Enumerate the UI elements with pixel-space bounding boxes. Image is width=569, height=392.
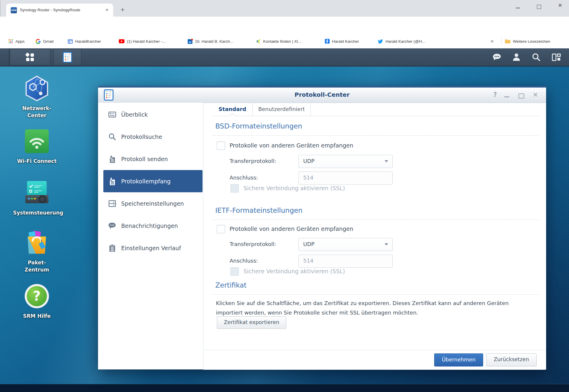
ietf-receive-label: Protokolle von anderen Geräten empfangen [230, 225, 353, 233]
taskbar-edge-button[interactable] [0, 48, 10, 65]
bookmark-item-apps[interactable]: Apps [8, 34, 25, 48]
dialog-minimize-button[interactable] [504, 96, 509, 97]
sidebar-item-benachrichtigungen[interactable]: Benachrichtigungen [103, 215, 203, 237]
bookmark-item-facebook[interactable]: Harald Karcher [325, 34, 359, 48]
protokoll-center-dialog: Protokoll-Center ? ✕ Überblick Protokoll… [98, 86, 546, 369]
dialog-sidebar: Überblick Protokollsuche Protokoll sende… [98, 103, 203, 369]
sidebar-item-label: Protokollempfang [121, 178, 170, 185]
other-bookmarks-label: Weitere Lesezeichen [513, 39, 550, 44]
window-maximize-button[interactable] [537, 5, 541, 9]
bookmark-label: (1) Harald Karcher -... [127, 39, 166, 44]
facebook-icon [325, 39, 330, 44]
systemsteuerung-icon [24, 180, 50, 206]
section-divider [212, 294, 539, 295]
section-heading-bsd: BSD-Formateinstellungen [215, 122, 302, 130]
srm-taskbar [0, 48, 569, 66]
sidebar-item-einstellungen-verlauf[interactable]: Einstellungen Verlauf [103, 237, 203, 259]
sidebar-item-label: Überblick [121, 111, 148, 118]
twitter-icon [378, 39, 383, 44]
window-minimize-button[interactable] [516, 8, 520, 8]
desktop-icon-systemsteuerung[interactable]: Systemsteuerung [13, 180, 61, 216]
bookmark-item-twitter[interactable]: Harald Karcher (@H... [378, 34, 425, 48]
user-button[interactable] [511, 52, 521, 62]
ietf-transfer-select[interactable]: UDP [298, 238, 393, 251]
srm-hilfe-icon: ? [24, 283, 50, 309]
storage-settings-icon [108, 199, 117, 208]
dialog-help-button[interactable]: ? [491, 88, 500, 103]
sidebar-item-ueberblick[interactable]: Überblick [103, 103, 203, 126]
svg-text:?: ? [33, 288, 41, 304]
sidebar-item-protokollempfang[interactable]: Protokollempfang [103, 170, 203, 192]
bsd-receive-label: Protokolle von anderen Geräten empfangen [230, 141, 353, 150]
other-bookmarks-button[interactable]: Weitere Lesezeichen [505, 34, 550, 48]
desktop-icon-label: Systemsteuerung [13, 209, 61, 216]
sidebar-item-label: Benachrichtigungen [121, 223, 178, 229]
chevron-down-icon [385, 160, 388, 162]
tab-close-icon[interactable]: ✕ [104, 7, 110, 13]
xing-icon [256, 39, 261, 44]
bsd-port-label: Anschluss: [230, 172, 258, 184]
bookmark-label: HaraldKarcher [75, 39, 101, 44]
sidebar-item-label: Einstellungen Verlauf [121, 245, 181, 251]
widgets-icon [551, 52, 561, 62]
certificate-export-button[interactable]: Zertifikat exportieren [217, 316, 286, 329]
linkedin-icon: in [188, 39, 193, 44]
bookmarks-overflow-chevron[interactable]: » [489, 34, 495, 48]
settings-history-icon [108, 244, 117, 253]
section-divider [212, 220, 539, 220]
dialog-titlebar[interactable]: Protokoll-Center ? ✕ [98, 88, 546, 103]
search-icon [531, 52, 541, 62]
dialog-content: Standard Benutzerdefiniert BSD-Formatein… [212, 103, 539, 350]
sidebar-item-protokollsuche[interactable]: Protokollsuche [103, 126, 203, 148]
reset-button[interactable]: Zurücksetzen [486, 353, 537, 366]
bookmark-label: Dr. Harald B. Karch... [195, 39, 233, 44]
bookmark-item-haraldkarcher[interactable]: HaraldKarcher [68, 34, 101, 48]
dialog-maximize-button[interactable] [519, 93, 524, 99]
bookmark-item-gmail[interactable]: Gmail [36, 34, 53, 48]
desktop-icon-wifi-connect[interactable]: Wi-Fi Connect [13, 128, 61, 165]
bookmark-item-youtube[interactable]: (1) Harald Karcher -... [119, 34, 166, 48]
window-close-button[interactable]: ✕ [557, 2, 563, 9]
desktop-icon-paket-zentrum[interactable]: Paket-Zentrum [13, 230, 61, 273]
sidebar-item-protokoll-senden[interactable]: Protokoll senden [103, 148, 203, 170]
ietf-ssl-label: Sichere Verbindung aktivieren (SSL) [244, 267, 345, 275]
overview-icon [108, 110, 117, 119]
taskbar-app-log-center[interactable] [53, 49, 81, 65]
log-receive-icon [108, 177, 117, 186]
new-tab-button[interactable]: + [118, 6, 127, 14]
browser-tab[interactable]: SRM Synology Router - SynologyRoute ✕ [6, 4, 113, 17]
bsd-ssl-checkbox [230, 184, 239, 193]
notifications-icon [108, 221, 117, 230]
main-menu-icon [25, 52, 35, 62]
bsd-receive-checkbox[interactable] [217, 142, 225, 150]
bsd-transfer-label: Transferprotokoll: [230, 155, 276, 167]
bsd-port-input[interactable]: 514 [298, 172, 393, 185]
sidebar-item-speichereinstellungen[interactable]: Speichereinstellungen [103, 192, 203, 215]
app-launcher-button[interactable] [10, 49, 50, 65]
dialog-tabs: Standard Benutzerdefiniert [212, 103, 539, 116]
tab-benutzerdefiniert[interactable]: Benutzerdefiniert [253, 103, 311, 116]
desktop-icon-netzwerk-center[interactable]: Netzwerk-Center [13, 76, 61, 119]
log-send-icon [108, 155, 117, 164]
desktop-icon-label: SRM Hilfe [13, 312, 61, 320]
bsd-ssl-label: Sichere Verbindung aktivieren (SSL) [244, 184, 345, 192]
search-button[interactable] [531, 52, 541, 62]
ietf-ssl-checkbox [230, 267, 239, 276]
ietf-receive-checkbox[interactable] [217, 225, 225, 233]
widgets-button[interactable] [551, 52, 561, 62]
bsd-transfer-select[interactable]: UDP [298, 155, 393, 168]
certificate-description: Klicken Sie auf die Schaltfläche, um das… [216, 299, 519, 318]
chat-button[interactable] [492, 52, 502, 62]
section-heading-zertifikat: Zertifikat [215, 281, 246, 289]
desktop-icon-srm-hilfe[interactable]: ? SRM Hilfe [13, 283, 61, 320]
bookmark-label: Harald Karcher (@H... [385, 39, 425, 44]
ietf-port-input[interactable]: 514 [298, 255, 393, 268]
ietf-transfer-label: Transferprotokoll: [230, 238, 276, 250]
bookmark-item-linkedin[interactable]: in Dr. Harald B. Karch... [188, 34, 233, 48]
bookmarks-bar: Apps Gmail HaraldKarcher (1) Harald Karc… [0, 34, 569, 49]
folder-icon [505, 39, 510, 44]
bookmark-item-xing[interactable]: Kontakte finden | XI... [256, 34, 301, 48]
bookmark-label: Apps [15, 39, 25, 44]
dialog-close-button[interactable]: ✕ [531, 88, 540, 103]
apply-button[interactable]: Übernehmen [434, 353, 483, 366]
